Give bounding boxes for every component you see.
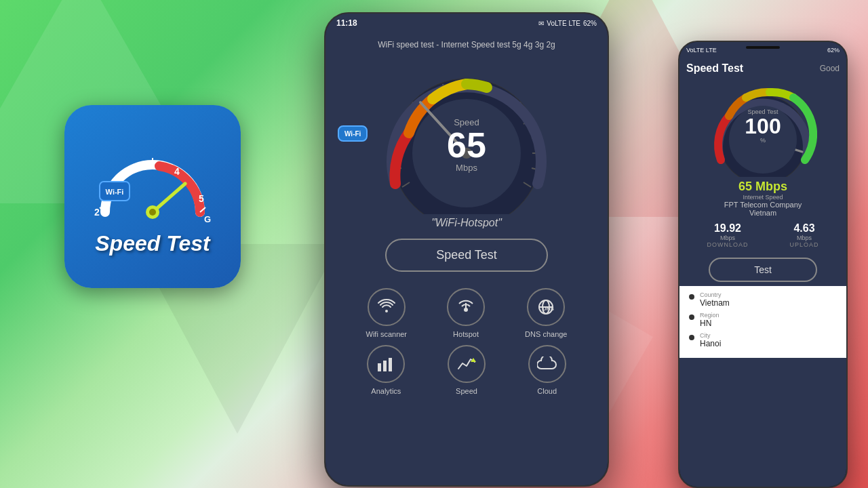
svg-rect-39 (378, 363, 381, 371)
analytics-label: Analytics (371, 387, 401, 395)
svg-rect-40 (383, 361, 387, 371)
hotspot-label: Hotspot (453, 330, 479, 338)
phone-main: 11:18 ✉ VoLTE LTE 62% WiFi speed test - … (324, 12, 609, 487)
battery-icon: 62% (583, 20, 597, 27)
app-icon-title: Speed Test (95, 231, 210, 256)
main-app-header: WiFi speed test - Internet Speed test 5g… (326, 33, 608, 58)
dns-change-button[interactable]: DNS DNS change (525, 288, 567, 338)
hotspot-icon (447, 288, 485, 326)
svg-text:2: 2 (94, 207, 100, 218)
main-app-title: WiFi speed test - Internet Speed test 5g… (378, 40, 555, 49)
region-value: HN (700, 319, 719, 328)
phone-main-screen: 11:18 ✉ VoLTE LTE 62% WiFi speed test - … (326, 14, 608, 485)
right-signal: VoLTE LTE (686, 47, 717, 54)
speed-label: Speed (456, 387, 477, 395)
country-label: Country (700, 291, 730, 298)
phone-right: VoLTE LTE 62% Speed Test Good (678, 41, 848, 488)
status-time: 11:18 (336, 18, 357, 28)
download-label: DOWNLOAD (707, 241, 748, 248)
speedometer-svg: 2 3 4 5 G Wi-Fi (85, 138, 220, 226)
right-bottom-panel: Country Vietnam Region HN City Hanoi (679, 286, 846, 358)
right-internet-speed-label: Internet Speed (679, 194, 846, 201)
phone-main-frame: 11:18 ✉ VoLTE LTE 62% WiFi speed test - … (324, 12, 609, 487)
country-value: Vietnam (700, 298, 730, 308)
city-row: City Hanoi (689, 332, 837, 348)
right-status-bar: VoLTE LTE 62% (679, 42, 846, 58)
wifi-badge-text: Wi-Fi (344, 130, 361, 138)
upload-unit: Mbps (789, 235, 818, 241)
city-label: City (700, 332, 721, 339)
cloud-icon (528, 345, 566, 383)
region-label: Region (700, 312, 719, 319)
svg-text:Wi-Fi: Wi-Fi (106, 188, 124, 196)
status-icons: ✉ VoLTE LTE 62% (538, 20, 597, 27)
message-icon: ✉ (538, 20, 544, 27)
svg-text:G: G (204, 214, 211, 224)
wifi-scanner-icon (368, 288, 406, 326)
phone-right-screen: VoLTE LTE 62% Speed Test Good (679, 42, 846, 487)
svg-rect-41 (389, 358, 392, 371)
region-info: Region HN (700, 312, 719, 328)
download-value: 19.92 (707, 222, 748, 235)
city-value: Hanoi (700, 339, 721, 348)
gauge-center-text: Speed 65 Mbps (447, 117, 486, 173)
right-battery: 62% (827, 47, 840, 54)
svg-text:3: 3 (120, 171, 125, 182)
svg-text:5: 5 (199, 193, 204, 204)
main-gauge: Speed 65 Mbps (378, 65, 555, 214)
download-stat: 19.92 Mbps DOWNLOAD (707, 222, 748, 248)
feature-buttons-row2: Analytics Speed Cloud (339, 338, 594, 395)
speed-button[interactable]: Speed (448, 345, 486, 395)
city-info: City Hanoi (700, 332, 721, 348)
country-info: Country Vietnam (700, 291, 730, 308)
feature-buttons-row1: Wifi scanner Hotspot DNS DNS change (339, 281, 594, 338)
right-gauge: Speed Test 100 % (709, 79, 817, 177)
right-app-header: Speed Test Good (679, 58, 846, 79)
right-gauge-area: Speed Test 100 % (679, 79, 846, 177)
cloud-label: Cloud (537, 387, 557, 395)
cloud-button[interactable]: Cloud (528, 345, 566, 395)
city-dot (689, 335, 694, 340)
dns-change-label: DNS change (525, 330, 567, 338)
signal-bars: VoLTE LTE (547, 20, 580, 27)
right-camera-notch (746, 46, 780, 49)
speed-test-button[interactable]: Speed Test (385, 239, 548, 272)
region-row: Region HN (689, 312, 837, 328)
right-country-top: Vietnam (679, 209, 846, 217)
country-dot (689, 294, 694, 300)
hotspot-button[interactable]: Hotspot (447, 288, 485, 338)
upload-label: UPLOAD (789, 241, 818, 248)
speed-chart-icon (448, 345, 486, 383)
dns-icon: DNS (527, 288, 565, 326)
wifi-scanner-label: Wifi scanner (366, 330, 408, 338)
right-speed-display: 65 Mbps (679, 177, 846, 194)
right-gauge-center-text: Speed Test 100 % (745, 108, 781, 144)
app-icon[interactable]: 2 3 4 5 G Wi-Fi Speed Test (64, 105, 241, 288)
upload-stat: 4.63 Mbps UPLOAD (789, 222, 818, 248)
main-status-bar: 11:18 ✉ VoLTE LTE 62% (326, 14, 608, 33)
right-gauge-value: 100 (745, 115, 781, 137)
right-good-label: Good (820, 64, 840, 73)
app-icon-inner: 2 3 4 5 G Wi-Fi Speed Test (64, 105, 241, 288)
svg-text:4: 4 (174, 166, 180, 177)
svg-point-10 (149, 209, 156, 216)
gauge-value: 65 (447, 127, 486, 163)
analytics-button[interactable]: Analytics (367, 345, 405, 395)
wifi-badge-overlay: Wi-Fi (338, 125, 368, 142)
phone-right-frame: VoLTE LTE 62% Speed Test Good (678, 41, 848, 488)
upload-value: 4.63 (789, 222, 818, 235)
wifi-scanner-button[interactable]: Wifi scanner (366, 288, 408, 338)
country-row: Country Vietnam (689, 291, 837, 308)
right-app-title: Speed Test (686, 62, 743, 75)
main-speedometer-area: Speed 65 Mbps "WiFi-Hotspot" Speed Test … (326, 58, 608, 395)
right-stats: 19.92 Mbps DOWNLOAD 4.63 Mbps UPLOAD (679, 217, 846, 253)
network-name: "WiFi-Hotspot" (431, 217, 502, 229)
download-unit: Mbps (707, 235, 748, 241)
svg-text:DNS: DNS (542, 306, 555, 312)
region-dot (689, 314, 694, 320)
right-isp-name: FPT Telecom Company (679, 201, 846, 209)
right-test-button[interactable]: Test (709, 258, 817, 282)
analytics-icon (367, 345, 405, 383)
